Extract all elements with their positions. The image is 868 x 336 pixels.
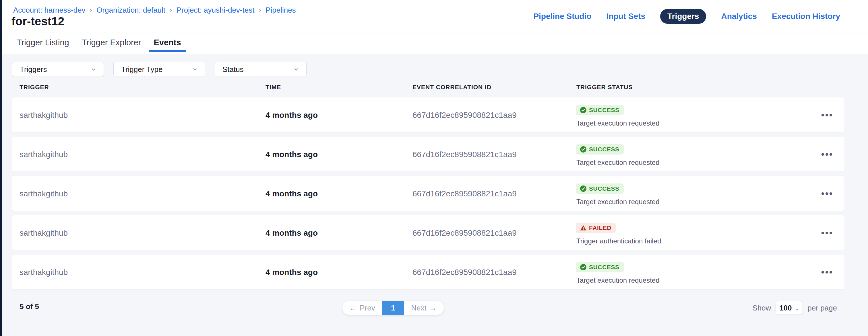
tab-trigger-explorer[interactable]: Trigger Explorer xyxy=(81,32,142,53)
status-badge-label: SUCCESS xyxy=(589,264,619,271)
status-badge: SUCCESS xyxy=(576,183,624,194)
page-size-control: Show 100 per page xyxy=(752,301,837,315)
column-header-trigger-status: Trigger Status xyxy=(577,84,632,91)
page-1-button[interactable]: 1 xyxy=(382,301,404,315)
next-label: Next xyxy=(411,304,426,312)
table-header: Trigger Time Event Correlation ID Trigge… xyxy=(0,84,868,91)
status-filter-label: Status xyxy=(222,65,244,74)
event-correlation-id: 667d16f2ec895908821c1aa9 xyxy=(412,150,517,159)
check-circle-icon xyxy=(580,146,586,153)
show-label: Show xyxy=(752,304,771,312)
status-badge-label: SUCCESS xyxy=(589,185,619,192)
chevron-down-icon xyxy=(192,66,198,72)
event-time: 4 months ago xyxy=(266,268,318,277)
triggers-filter-dropdown[interactable]: Triggers xyxy=(12,62,104,77)
breadcrumb-separator-icon: › xyxy=(259,6,261,14)
event-correlation-id: 667d16f2ec895908821c1aa9 xyxy=(412,189,517,198)
status-badge: SUCCESS xyxy=(576,144,624,155)
column-header-trigger: Trigger xyxy=(20,84,49,91)
check-circle-icon xyxy=(580,264,586,270)
prev-page-button[interactable]: ← Prev xyxy=(342,301,382,315)
triggers-filter-label: Triggers xyxy=(20,65,47,74)
status-detail: Target execution requested xyxy=(577,276,660,284)
arrow-right-icon: → xyxy=(429,304,437,312)
events-table: sarthakgithub 4 months ago 667d16f2ec895… xyxy=(12,98,844,294)
more-options-button[interactable]: ••• xyxy=(818,266,836,279)
nav-execution-history[interactable]: Execution History xyxy=(772,12,840,21)
chevron-down-icon xyxy=(293,66,299,72)
pagination-summary: 5 of 5 xyxy=(20,302,39,311)
trigger-type-filter-dropdown[interactable]: Trigger Type xyxy=(113,62,205,77)
chevron-down-icon xyxy=(794,305,799,310)
page-header: Account: harness-dev › Organization: def… xyxy=(0,0,868,32)
filters-row: Triggers Trigger Type Status xyxy=(12,62,307,77)
status-badge: FAILED xyxy=(576,223,616,233)
breadcrumb-account-link[interactable]: Account: harness-dev xyxy=(13,6,85,14)
event-correlation-id: 667d16f2ec895908821c1aa9 xyxy=(412,229,517,238)
trigger-type-filter-label: Trigger Type xyxy=(121,65,163,74)
trigger-name: sarthakgithub xyxy=(20,268,68,277)
breadcrumb-project-link[interactable]: Project: ayushi-dev-test xyxy=(177,6,255,14)
status-detail: Target execution requested xyxy=(577,198,660,206)
table-row[interactable]: sarthakgithub 4 months ago 667d16f2ec895… xyxy=(12,215,844,250)
event-correlation-id: 667d16f2ec895908821c1aa9 xyxy=(412,111,517,120)
breadcrumb-organization-link[interactable]: Organization: default xyxy=(96,6,165,14)
column-header-time: Time xyxy=(266,84,281,91)
pagination: ← Prev 1 Next → xyxy=(342,301,444,315)
status-badge-label: SUCCESS xyxy=(589,107,619,113)
chevron-down-icon xyxy=(90,66,97,72)
trigger-name: sarthakgithub xyxy=(20,189,68,198)
event-time: 4 months ago xyxy=(266,111,318,120)
breadcrumb-pipelines-link[interactable]: Pipelines xyxy=(266,6,296,14)
column-header-event-correlation-id: Event Correlation ID xyxy=(412,84,491,91)
check-circle-icon xyxy=(580,186,586,192)
more-options-button[interactable]: ••• xyxy=(818,148,836,161)
table-row[interactable]: sarthakgithub 4 months ago 667d16f2ec895… xyxy=(12,137,844,171)
tab-bar: Trigger Listing Trigger Explorer Events xyxy=(0,32,868,53)
event-time: 4 months ago xyxy=(266,229,318,238)
check-circle-icon xyxy=(580,107,586,113)
breadcrumb-separator-icon: › xyxy=(169,6,172,14)
tab-events[interactable]: Events xyxy=(153,32,182,53)
arrow-left-icon: ← xyxy=(349,304,357,312)
event-time: 4 months ago xyxy=(266,189,318,198)
left-nav-edge xyxy=(0,0,2,336)
pipeline-section-nav: Pipeline Studio Input Sets Triggers Anal… xyxy=(533,0,840,32)
status-detail: Trigger authentication failed xyxy=(577,237,661,245)
trigger-name: sarthakgithub xyxy=(20,111,68,120)
table-row[interactable]: sarthakgithub 4 months ago 667d16f2ec895… xyxy=(12,255,844,289)
table-row[interactable]: sarthakgithub 4 months ago 667d16f2ec895… xyxy=(12,176,844,211)
event-correlation-id: 667d16f2ec895908821c1aa9 xyxy=(412,268,517,277)
nav-pipeline-studio[interactable]: Pipeline Studio xyxy=(533,12,591,21)
events-panel: Triggers Trigger Type Status Trigger Tim… xyxy=(0,54,868,336)
status-detail: Target execution requested xyxy=(577,159,660,167)
trigger-name: sarthakgithub xyxy=(20,229,68,238)
status-badge-label: SUCCESS xyxy=(589,146,619,153)
tab-trigger-listing[interactable]: Trigger Listing xyxy=(16,32,70,53)
status-badge-label: FAILED xyxy=(589,225,611,231)
event-time: 4 months ago xyxy=(266,150,318,159)
page-size-select[interactable]: 100 xyxy=(776,301,803,315)
nav-analytics[interactable]: Analytics xyxy=(721,12,757,21)
breadcrumb: Account: harness-dev › Organization: def… xyxy=(13,6,296,14)
prev-label: Prev xyxy=(360,304,375,312)
page-size-value: 100 xyxy=(779,304,792,312)
status-badge: SUCCESS xyxy=(576,262,624,272)
table-row[interactable]: sarthakgithub 4 months ago 667d16f2ec895… xyxy=(12,98,844,132)
warning-triangle-icon xyxy=(580,225,586,231)
nav-triggers[interactable]: Triggers xyxy=(660,9,706,24)
more-options-button[interactable]: ••• xyxy=(818,226,836,239)
status-filter-dropdown[interactable]: Status xyxy=(215,62,307,77)
page-title: for-test12 xyxy=(11,15,64,28)
per-page-label: per page xyxy=(807,304,837,312)
nav-input-sets[interactable]: Input Sets xyxy=(607,12,645,21)
more-options-button[interactable]: ••• xyxy=(818,108,836,122)
next-page-button[interactable]: Next → xyxy=(404,301,444,315)
more-options-button[interactable]: ••• xyxy=(818,187,836,200)
trigger-name: sarthakgithub xyxy=(20,150,68,159)
breadcrumb-separator-icon: › xyxy=(90,6,92,14)
status-detail: Target execution requested xyxy=(577,119,660,127)
status-badge: SUCCESS xyxy=(576,105,624,115)
